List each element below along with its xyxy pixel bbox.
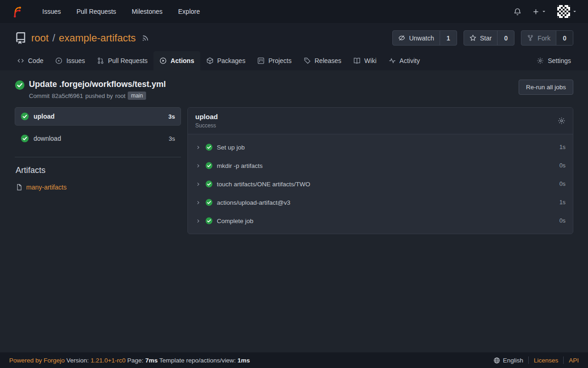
pull-request-icon (97, 57, 104, 64)
eye-slash-icon (398, 34, 405, 41)
page-time: 7ms (145, 357, 158, 364)
tab-code[interactable]: Code (11, 51, 49, 70)
tab-settings[interactable]: Settings (531, 51, 577, 70)
fork-icon (527, 34, 534, 41)
top-navbar: Issues Pull Requests Milestones Explore (0, 0, 588, 23)
licenses-link[interactable]: Licenses (534, 357, 558, 364)
step-success-icon (205, 162, 213, 169)
sidebar-divider (15, 157, 181, 157)
star-button[interactable]: Star 0 (464, 30, 514, 46)
step-row[interactable]: Complete job 0s (188, 212, 573, 230)
step-row[interactable]: touch artifacts/ONE artifacts/TWO 0s (188, 175, 573, 193)
artifacts-heading: Artifacts (16, 166, 181, 175)
run-subtitle: Commit 82a5cf6961 pushed by root main (29, 92, 166, 100)
step-row[interactable]: actions/upload-artifact@v3 1s (188, 193, 573, 212)
tab-pull-requests[interactable]: Pull Requests (91, 51, 153, 70)
run-title: Update .forgejo/workflows/test.yml (29, 80, 166, 89)
branch-badge[interactable]: main (128, 92, 146, 100)
step-duration: 0s (560, 162, 565, 169)
step-duration: 0s (560, 181, 565, 187)
book-open-icon (353, 57, 361, 64)
create-new-button[interactable] (532, 8, 546, 15)
job-status: Success (195, 122, 218, 129)
globe-icon (493, 357, 500, 364)
job-success-icon (21, 134, 29, 143)
tab-issues[interactable]: Issues (49, 51, 90, 70)
fork-button[interactable]: Fork 0 (521, 30, 573, 46)
repo-name-link[interactable]: example-artifacts (59, 32, 136, 44)
powered-by-link[interactable]: Powered by Forgejo (9, 357, 65, 364)
language-menu[interactable]: English (493, 357, 523, 364)
settings-gear-icon (537, 57, 544, 64)
template-time: 1ms (237, 357, 250, 364)
code-icon (17, 57, 24, 64)
star-count[interactable]: 0 (497, 31, 514, 45)
star-icon (469, 34, 476, 41)
step-duration: 1s (560, 199, 565, 206)
play-circle-icon (159, 57, 167, 64)
artifact-link[interactable]: many-artifacts (26, 184, 67, 191)
chevron-right-icon (195, 181, 201, 187)
step-duration: 1s (560, 144, 565, 150)
job-success-icon (21, 112, 29, 121)
repo-separator: / (52, 32, 55, 44)
repo-header: root / example-artifacts Unwatch 1 (0, 23, 588, 70)
step-success-icon (205, 217, 213, 224)
project-board-icon (257, 57, 265, 64)
chevron-right-icon (195, 218, 201, 224)
repo-book-icon (15, 32, 27, 44)
step-success-icon (205, 144, 213, 151)
nav-milestones[interactable]: Milestones (124, 0, 170, 23)
tab-packages[interactable]: Packages (200, 51, 251, 70)
footer: Powered by Forgejo Version: 1.21.0+1-rc0… (0, 352, 588, 368)
tab-activity[interactable]: Activity (383, 51, 426, 70)
job-options-gear-icon[interactable] (558, 117, 565, 125)
chevron-right-icon (195, 144, 201, 150)
run-header: Update .forgejo/workflows/test.yml Commi… (15, 80, 573, 100)
tab-projects[interactable]: Projects (251, 51, 298, 70)
repo-title: root / example-artifacts (31, 32, 136, 44)
job-item-download[interactable]: download 3s (15, 129, 181, 148)
footer-divider (563, 356, 564, 364)
package-icon (206, 57, 214, 64)
job-panel-header: upload Success (188, 108, 573, 134)
rss-icon[interactable] (141, 34, 149, 42)
repo-tabs: Code Issues Pull Requests Actions Packag… (0, 51, 588, 70)
step-duration: 0s (560, 218, 565, 224)
tab-actions[interactable]: Actions (153, 51, 200, 70)
commit-sha[interactable]: 82a5cf6961 (52, 92, 83, 99)
tag-icon (304, 57, 311, 64)
tab-wiki[interactable]: Wiki (347, 51, 382, 70)
run-success-icon (15, 80, 25, 90)
nav-links: Issues Pull Requests Milestones Explore (34, 0, 208, 23)
watch-count[interactable]: 1 (440, 31, 457, 45)
job-item-upload[interactable]: upload 3s (15, 107, 181, 126)
api-link[interactable]: API (569, 357, 579, 364)
rerun-all-jobs-button[interactable]: Re-run all jobs (519, 80, 573, 95)
step-list: Set up job 1s mkdir -p artifacts 0s touc… (188, 134, 573, 234)
job-detail-panel: upload Success Set up job 1s (187, 107, 573, 234)
unwatch-button[interactable]: Unwatch 1 (392, 30, 457, 46)
version-link[interactable]: 1.21.0+1-rc0 (90, 357, 125, 364)
notifications-bell-icon[interactable] (514, 8, 521, 16)
step-row[interactable]: mkdir -p artifacts 0s (188, 156, 573, 175)
fork-count[interactable]: 0 (556, 31, 573, 45)
forgejo-logo-icon[interactable] (11, 5, 23, 18)
job-duration: 3s (169, 135, 175, 142)
commit-author[interactable]: root (115, 92, 125, 99)
nav-explore[interactable]: Explore (170, 0, 208, 23)
artifact-item[interactable]: many-artifacts (16, 184, 181, 191)
job-duration: 3s (169, 113, 175, 120)
nav-pull-requests[interactable]: Pull Requests (68, 0, 124, 23)
user-menu[interactable] (557, 5, 577, 18)
nav-issues[interactable]: Issues (34, 0, 68, 23)
actions-run-view: Update .forgejo/workflows/test.yml Commi… (0, 70, 588, 234)
repo-owner-link[interactable]: root (31, 32, 49, 44)
navbar-right (514, 5, 577, 18)
step-row[interactable]: Set up job 1s (188, 138, 573, 156)
chevron-right-icon (195, 200, 201, 206)
step-success-icon (205, 199, 213, 206)
step-success-icon (205, 180, 213, 188)
tab-releases[interactable]: Releases (298, 51, 347, 70)
job-name: upload (195, 113, 218, 121)
